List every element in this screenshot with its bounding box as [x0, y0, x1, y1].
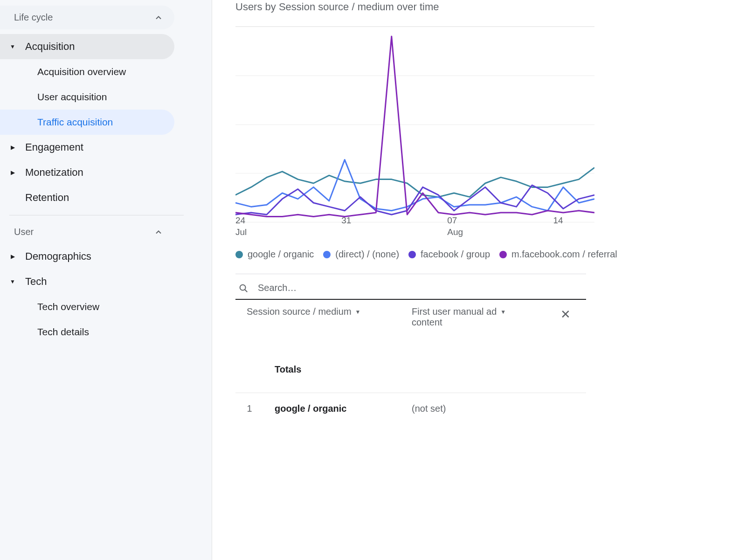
close-cell: ✕ [552, 306, 580, 328]
legend-dot-icon [323, 251, 331, 258]
nav-group-label: Monetization [25, 166, 83, 179]
nav-group-label: Retention [25, 192, 69, 204]
chart-legend: google / organic (direct) / (none) faceb… [235, 249, 746, 260]
nav-section-label: User [14, 227, 34, 237]
legend-dot-icon [408, 251, 416, 258]
nav-group-engagement[interactable]: ▶ Engagement [0, 135, 174, 160]
chart-x-labels: 24 Jul 31 07 Aug 14 [235, 215, 594, 236]
nav-group-demographics[interactable]: ▶ Demographics [0, 244, 174, 269]
search-row [235, 274, 586, 300]
sidebar: Life cycle ▼ Acquisition Acquisition ove… [0, 0, 212, 560]
nav-item-user-acquisition[interactable]: User acquisition [0, 84, 174, 110]
column-header-secondary[interactable]: First user manual ad ▼ content [412, 306, 552, 328]
caret-down-icon: ▼ [9, 278, 16, 285]
table-totals-row: Totals [235, 354, 586, 393]
legend-dot-icon [499, 251, 507, 258]
legend-label: (direct) / (none) [335, 249, 399, 260]
caret-right-icon: ▶ [9, 169, 16, 176]
caret-down-icon: ▼ [355, 309, 361, 315]
legend-item[interactable]: (direct) / (none) [323, 249, 399, 260]
nav-group-tech[interactable]: ▼ Tech [0, 269, 174, 294]
nav-group-label: Acquisition [25, 41, 75, 53]
legend-dot-icon [235, 251, 243, 258]
caret-right-icon: ▶ [9, 144, 16, 151]
legend-label: m.facebook.com / referral [511, 249, 617, 260]
caret-down-icon: ▼ [9, 43, 16, 50]
chart-series-line [235, 167, 594, 197]
caret-down-icon: ▼ [500, 309, 506, 315]
legend-item[interactable]: facebook / group [408, 249, 490, 260]
nav-section-user[interactable]: User [0, 220, 174, 244]
nav-group-monetization[interactable]: ▶ Monetization [0, 160, 174, 185]
legend-label: google / organic [248, 249, 314, 260]
nav-divider [9, 215, 184, 215]
chevron-up-icon [154, 228, 163, 237]
x-tick-label: 14 [553, 215, 563, 227]
table-header-row: Session source / medium ▼ First user man… [235, 300, 586, 354]
row-index: 1 [235, 403, 263, 414]
chart-container: 24 Jul 31 07 Aug 14 [235, 26, 594, 231]
search-input[interactable] [258, 283, 581, 293]
nav-group-retention[interactable]: ▶ Retention [0, 185, 174, 210]
caret-right-icon: ▶ [9, 253, 16, 260]
svg-point-0 [240, 284, 246, 290]
x-tick-label: 07 Aug [447, 215, 463, 238]
row-cell-primary: google / organic [263, 403, 412, 414]
header-label: First user manual ad [412, 306, 497, 317]
nav-group-label: Engagement [25, 141, 83, 153]
x-tick-label: 24 Jul [235, 215, 247, 238]
nav-item-tech-overview[interactable]: Tech overview [0, 294, 174, 319]
nav-item-tech-details[interactable]: Tech details [0, 319, 174, 345]
main-content: Users by Session source / medium over ti… [212, 0, 746, 560]
nav-section-label: Life cycle [14, 12, 53, 23]
svg-line-1 [245, 290, 247, 292]
legend-item[interactable]: google / organic [235, 249, 314, 260]
legend-item[interactable]: m.facebook.com / referral [499, 249, 617, 260]
totals-label: Totals [263, 364, 412, 375]
chart-svg [235, 27, 594, 222]
search-icon [238, 283, 249, 293]
nav-item-traffic-acquisition[interactable]: Traffic acquisition [0, 110, 174, 135]
row-cell-secondary: (not set) [412, 403, 552, 414]
column-header-primary[interactable]: Session source / medium ▼ [235, 306, 412, 328]
header-label: Session source / medium [247, 306, 352, 317]
nav-section-life-cycle[interactable]: Life cycle [0, 6, 174, 29]
header-label-line2: content [412, 317, 442, 328]
nav-item-acquisition-overview[interactable]: Acquisition overview [0, 59, 174, 84]
legend-label: facebook / group [421, 249, 490, 260]
x-tick-label: 31 [341, 215, 351, 227]
close-icon[interactable]: ✕ [560, 307, 571, 328]
chevron-up-icon [154, 13, 163, 22]
nav-group-label: Tech [25, 276, 47, 288]
nav-group-label: Demographics [25, 250, 91, 263]
table-area: Session source / medium ▼ First user man… [235, 274, 586, 424]
table-row[interactable]: 1 google / organic (not set) [235, 393, 586, 424]
chart-title: Users by Session source / medium over ti… [235, 1, 746, 13]
nav-group-acquisition[interactable]: ▼ Acquisition [0, 34, 174, 59]
